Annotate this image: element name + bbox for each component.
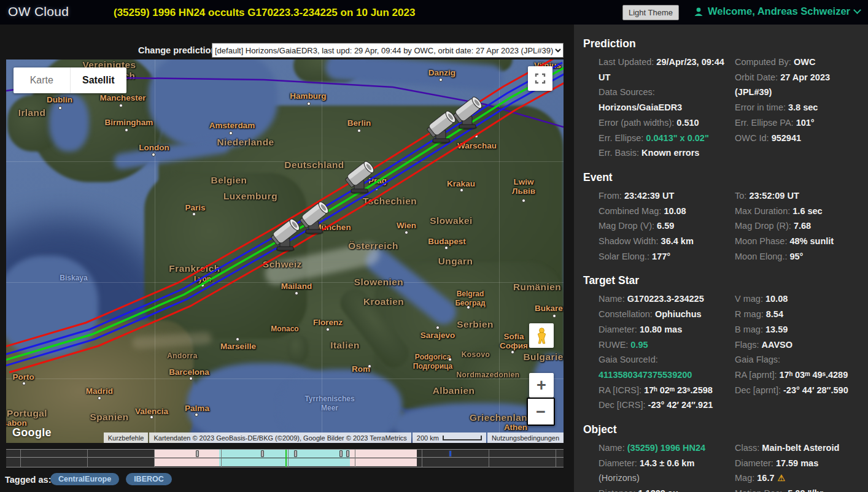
field-value: 177°: [652, 252, 670, 261]
field-mag: Mag: 16.7⚠: [735, 471, 867, 486]
field-moon-phase: Moon Phase: 48% sunlit: [735, 234, 867, 249]
tag-pill-centraleurope[interactable]: CentralEurope: [50, 473, 119, 485]
timeline-marker-station[interactable]: [261, 450, 264, 457]
field-value[interactable]: (35259) 1996 HN24: [627, 443, 705, 453]
field-value: G170223.3-234225: [627, 294, 704, 304]
field-value: 952941: [772, 133, 801, 143]
field-label: Distance:: [599, 488, 638, 492]
field-b-mag: B mag: 13.59: [735, 322, 867, 337]
fullscreen-button[interactable]: [528, 66, 552, 91]
field-value: Main-belt Asteroid: [762, 443, 839, 453]
field-label: Gaia Flags:: [735, 355, 780, 364]
tag-pill-iberoc[interactable]: IBEROC: [126, 473, 172, 485]
timeline-row-stations: [6, 450, 564, 458]
section-prediction: PredictionLast Updated: 29/Apr/23, 09:44…: [583, 36, 868, 161]
field-label: Error (path widths):: [599, 118, 676, 128]
chevron-down-icon: [853, 6, 861, 14]
field-max-duration: Max Duration: 1.6 sec: [735, 204, 867, 219]
field-value: 1.1209 au: [638, 488, 678, 492]
map-type-satellit[interactable]: Satellit: [71, 67, 127, 93]
field-label: Constellation:: [599, 309, 655, 319]
timeline-gridline: [355, 450, 355, 467]
map-type-karte[interactable]: Karte: [14, 67, 71, 93]
field-label: Err. Ellipse:: [599, 133, 646, 143]
timeline-marker-tagged[interactable]: [449, 450, 452, 457]
telescope-marker[interactable]: [344, 158, 377, 195]
field-label: Solar Elong.:: [599, 252, 652, 261]
tag-list: CentralEuropeIBEROC: [50, 473, 172, 485]
map-scale: 200 km: [413, 432, 486, 443]
section-columns: Last Updated: 29/Apr/23, 09:44 UTData So…: [583, 55, 868, 161]
ow-cloud-app: OW Cloud (35259) 1996 HN24 occults G1702…: [0, 0, 868, 492]
field-v-mag: V mag: 10.08: [735, 291, 867, 307]
field-diameter: Diameter: 10.80 mas: [599, 322, 735, 337]
telescope-marker[interactable]: [298, 199, 331, 236]
timeline-band: [219, 450, 350, 458]
field-value: 23:52:09 UT: [749, 191, 799, 201]
telescope-marker[interactable]: [269, 216, 303, 253]
timeline-marker-station[interactable]: [346, 450, 349, 457]
prediction-select[interactable]: [default] Horizons/GaiaEDR3, last upd: 2…: [212, 43, 564, 58]
field-name: Name: G170223.3-234225: [599, 291, 735, 307]
field-label: Mag Drop (V):: [599, 221, 657, 231]
map-type-control: Karte Satellit: [14, 67, 126, 93]
field-value: 8.54: [766, 309, 783, 319]
field-value: -23° 42′ 24″.921: [648, 400, 713, 410]
field-error-in-time: Error in time: 3.8 sec: [735, 100, 867, 115]
field-value[interactable]: 4113580347375539200: [599, 370, 692, 380]
section-title: Target Star: [583, 272, 868, 288]
section-columns: Name: (35259) 1996 HN24Diameter: 14.3 ± …: [583, 440, 868, 492]
field-flags: Flags: AAVSO: [735, 337, 867, 353]
field-label: Name:: [599, 443, 627, 453]
field-label: Class:: [735, 443, 762, 453]
field-diameter: Diameter: 14.3 ± 0.6 km (Horizons): [599, 456, 735, 486]
field-owc-id: OWC Id: 952941: [735, 131, 867, 146]
field-value: OWC: [794, 57, 815, 67]
timeline-marker-station[interactable]: [294, 450, 297, 457]
field-err-ellipse: Err. Ellipse: 0.0413" x 0.02": [599, 131, 735, 146]
plus-icon: +: [537, 376, 546, 395]
light-theme-button[interactable]: Light Theme: [622, 5, 679, 20]
timeline-marker-station[interactable]: [339, 450, 343, 457]
field-value: 0.510: [676, 118, 699, 128]
field-label: RUWE:: [599, 340, 630, 350]
field-label: Flags:: [735, 340, 762, 350]
field-label: Name:: [599, 294, 627, 304]
timeline-band: [154, 450, 219, 458]
event-timeline[interactable]: [6, 449, 564, 467]
timeline-marker-station[interactable]: [196, 450, 199, 457]
field-err-basis: Err. Basis: Known errors: [599, 145, 735, 161]
pegman-button[interactable]: [529, 323, 554, 348]
telescope-marker[interactable]: [452, 94, 485, 131]
google-logo[interactable]: Google: [12, 426, 52, 439]
zoom-out-button[interactable]: −: [527, 398, 555, 426]
field-column: Computed By: OWCOrbit Date: 27 Apr 2023 …: [735, 55, 867, 161]
terms-link[interactable]: Nutzungsbedingungen: [487, 432, 564, 443]
field-label: Shadow Width:: [599, 236, 661, 246]
map-copyright-text: Kartendaten © 2023 GeoBasis-DE/BKG (©200…: [149, 432, 411, 443]
keyboard-shortcuts-link[interactable]: Kurzbefehle: [104, 432, 149, 443]
section-title: Object: [583, 421, 868, 437]
field-column: Name: G170223.3-234225Constellation: Oph…: [599, 291, 735, 413]
zoom-in-button[interactable]: +: [529, 373, 554, 398]
field-column: Class: Main-belt AsteroidDiameter: 17.59…: [735, 440, 867, 492]
field-data-sources: Data Sources: Horizons/GaiaEDR3: [599, 85, 735, 115]
map[interactable]: Karte Satellit + − Google Kurzbefehle Ka…: [6, 60, 564, 443]
field-label: R mag:: [735, 309, 766, 319]
field-label: Err. Ellipse PA:: [735, 118, 796, 128]
field-label: Moon Phase:: [735, 236, 789, 246]
app-logo[interactable]: OW Cloud: [8, 4, 69, 19]
field-value: 1.6 sec: [792, 206, 822, 216]
field-label: Computed By:: [735, 57, 794, 67]
field-column: V mag: 10.08R mag: 8.54B mag: 13.59Flags…: [735, 291, 867, 413]
field-label: Diameter:: [599, 325, 640, 334]
field-label: Orbit Date:: [735, 72, 780, 82]
warning-icon: ⚠: [778, 473, 786, 483]
field-dec-icrs: Dec [ICRS]: -23° 42′ 24″.921: [599, 398, 735, 413]
timeline-gridline: [556, 450, 556, 467]
user-menu[interactable]: Welcome, Andreas Schweizer: [694, 6, 860, 17]
field-value: 0.95: [630, 340, 648, 350]
field-dec-aprnt: Dec [aprnt]: -23° 44′ 28″.590: [735, 383, 867, 398]
field-ra-aprnt: RA [aprnt]: 17ʰ 03ᵐ 49ˢ.4289: [735, 367, 867, 383]
field-value: 17ʰ 03ᵐ 49ˢ.4289: [780, 370, 848, 380]
